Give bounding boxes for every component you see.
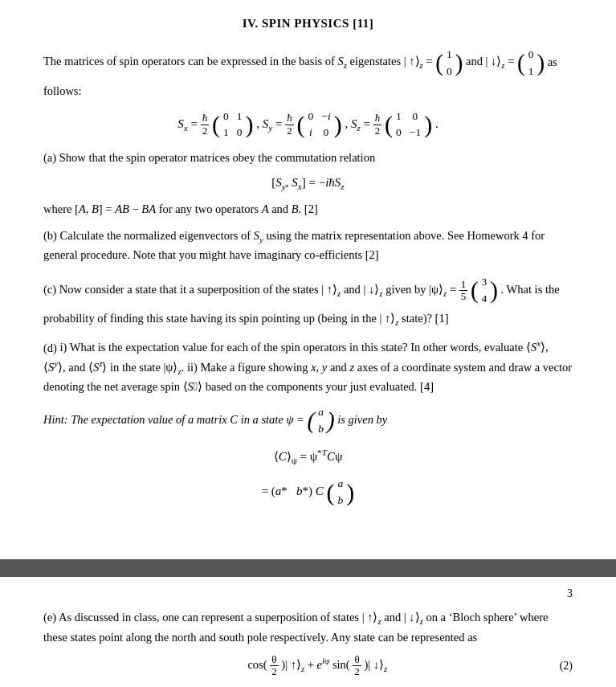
spin-up-matrix: ( 1 0 ) [435,44,463,82]
page-divider [0,559,616,577]
intro-paragraph: The matrices of spin operators can be ex… [43,44,573,100]
page-number: 3 [43,585,573,602]
part-d-text: i) What is the expectation value for eac… [43,341,572,393]
intro-text-start: The matrices of spin operators can be ex… [43,55,433,67]
part-b-label: (b) [43,229,60,242]
part-d-hint: Hint: The expectation value of a matrix … [43,403,573,440]
part-a-text: Show that the spin operator matrices obe… [59,151,375,164]
part-e-label: (e) [43,611,59,624]
part-d-eq1: ⟨C⟩ψ = ψ*TCψ [43,446,573,468]
section-title: IV. SPIN PHYSICS [11] [43,14,573,33]
part-a-where: where [A, B] = AB − BA for any two opera… [43,202,318,215]
part-a: (a) Show that the spin operator matrices… [43,149,573,218]
part-e-equation: cos( θ2 )| ↑⟩z + eiφ sin( θ2 )| ↓⟩z (2) [43,654,573,678]
part-d-eq2: = (a* b*) C ( a b ) [43,474,573,511]
part-e-eq-content: cos( θ2 )| ↑⟩z + eiφ sin( θ2 )| ↓⟩z [75,654,560,678]
spin-matrices-equation: Sx = ħ2 ( 01 10 ) , Sy = ħ2 ( 0−i i0 ) , [43,107,573,143]
intro-and: and | ↓⟩z = [466,55,514,67]
part-e-text1: As discussed in class, one can represent… [43,611,548,644]
part-c-text1: Now consider a state that it a superposi… [43,283,560,325]
part-c: (c) Now consider a state that it a super… [43,272,573,329]
page: IV. SPIN PHYSICS [11] The matrices of sp… [0,0,616,687]
part-d-label: (d) [43,341,60,354]
part-e-eq-num: (2) [560,657,573,675]
part-c-label: (c) [43,283,59,296]
spin-down-matrix: ( 0 1 ) [517,44,545,82]
part-a-label: (a) [43,151,59,164]
part-b: (b) Calculate the normalized eigenvector… [43,227,573,264]
part-b-text: Calculate the normalized eigenvectors of… [43,229,545,262]
page-top: IV. SPIN PHYSICS [11] The matrices of sp… [0,0,616,511]
part-a-equation: [Sy, Sx] = −iħSz [43,174,573,194]
part-d: (d) i) What is the expectation value for… [43,337,573,511]
part-e: (e) As discussed in class, one can repre… [43,608,573,687]
page-bottom: 3 (e) As discussed in class, one can rep… [0,577,616,687]
